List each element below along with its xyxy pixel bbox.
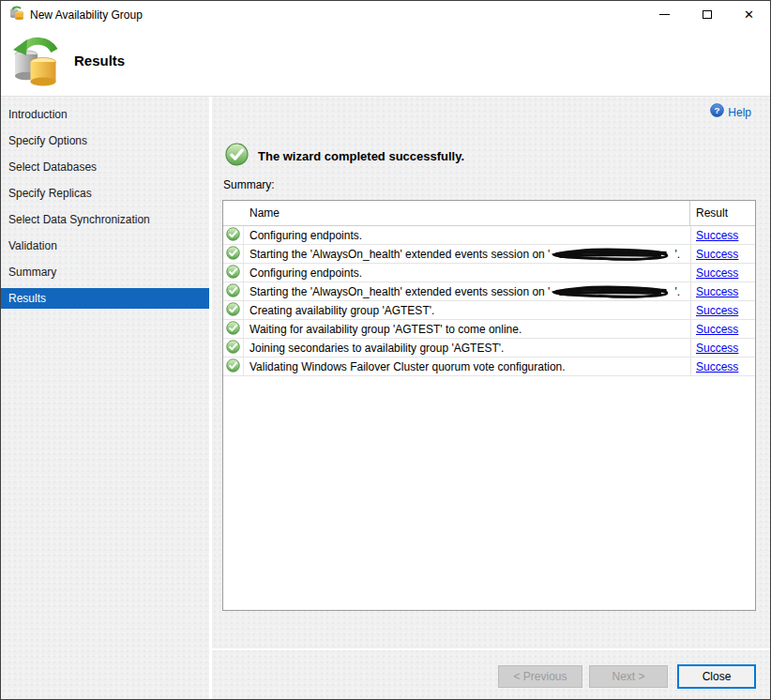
sidebar-item-validation[interactable]: Validation <box>1 236 209 256</box>
database-app-icon <box>9 6 24 24</box>
availability-group-wizard-icon <box>10 35 65 93</box>
help-label: Help <box>728 106 751 119</box>
page-title: Results <box>74 53 125 68</box>
task-name: Configuring endpoints. <box>244 264 691 282</box>
results-content: ? Help The wizard completed successfully… <box>212 97 770 700</box>
result-success-link[interactable]: Success <box>696 266 738 280</box>
close-icon: ✕ <box>744 8 754 21</box>
wizard-header: Results <box>1 28 770 97</box>
row-success-check-icon <box>226 358 240 375</box>
results-table-body: Configuring endpoints. Success Starting … <box>223 226 755 376</box>
task-name: Starting the 'AlwaysOn_health' extended … <box>244 245 691 263</box>
task-name: Waiting for availability group 'AGTEST' … <box>244 320 691 338</box>
table-row[interactable]: Validating Windows Failover Cluster quor… <box>223 358 755 376</box>
maximize-icon <box>703 10 712 19</box>
sidebar-item-specify-options[interactable]: Specify Options <box>1 130 209 151</box>
table-row[interactable]: Joining secondaries to availability grou… <box>223 339 755 358</box>
footer-separator <box>212 648 770 650</box>
help-link[interactable]: ? Help <box>710 103 751 121</box>
column-header-result[interactable]: Result <box>689 201 755 225</box>
summary-label: Summary: <box>223 178 275 191</box>
help-icon: ? <box>710 103 724 121</box>
sidebar-item-specify-replicas[interactable]: Specify Replicas <box>1 183 209 204</box>
minimize-icon <box>659 14 670 15</box>
task-name: Configuring endpoints. <box>244 226 691 244</box>
table-row[interactable]: Configuring endpoints. Success <box>223 226 755 245</box>
completion-message: The wizard completed successfully. <box>258 149 464 163</box>
row-success-check-icon <box>226 340 240 357</box>
row-success-check-icon <box>226 321 240 338</box>
task-name: Validating Windows Failover Cluster quor… <box>244 358 691 375</box>
row-success-check-icon <box>226 302 240 319</box>
minimize-button[interactable] <box>643 1 686 28</box>
result-success-link[interactable]: Success <box>696 229 738 242</box>
window-title: New Availability Group <box>30 8 143 22</box>
task-name: Starting the 'AlwaysOn_health' extended … <box>244 282 691 300</box>
close-window-button[interactable]: ✕ <box>728 1 770 28</box>
window-controls: ✕ <box>643 1 770 28</box>
sidebar-item-select-databases[interactable]: Select Databases <box>1 157 209 177</box>
result-success-link[interactable]: Success <box>696 304 738 317</box>
table-row[interactable]: Waiting for availability group 'AGTEST' … <box>223 320 755 339</box>
results-table: Name Result Configuring endpoints. Succe… <box>222 200 756 611</box>
redaction-scribble <box>550 284 674 298</box>
previous-button[interactable]: < Previous <box>498 665 582 688</box>
svg-text:?: ? <box>715 105 720 115</box>
result-success-link[interactable]: Success <box>696 285 738 298</box>
sidebar-item-select-data-synchronization[interactable]: Select Data Synchronization <box>1 209 209 230</box>
row-success-check-icon <box>226 227 240 244</box>
column-header-name[interactable]: Name <box>223 201 689 225</box>
sidebar-item-results[interactable]: Results <box>1 288 209 309</box>
next-button[interactable]: Next > <box>589 665 668 688</box>
sidebar-item-summary[interactable]: Summary <box>1 262 209 282</box>
table-row[interactable]: Creating availability group 'AGTEST'. Su… <box>223 301 755 320</box>
success-check-icon <box>225 143 249 170</box>
table-row[interactable]: Configuring endpoints. Success <box>223 264 755 282</box>
row-success-check-icon <box>226 265 240 282</box>
sidebar-item-introduction[interactable]: Introduction <box>1 104 209 125</box>
row-success-check-icon <box>226 246 240 263</box>
task-name: Creating availability group 'AGTEST'. <box>244 301 691 319</box>
result-success-link[interactable]: Success <box>696 342 738 355</box>
table-row[interactable]: Starting the 'AlwaysOn_health' extended … <box>223 282 755 301</box>
result-success-link[interactable]: Success <box>696 360 738 373</box>
results-table-header: Name Result <box>223 201 755 226</box>
result-success-link[interactable]: Success <box>696 323 738 336</box>
redaction-scribble <box>550 247 674 261</box>
task-name: Joining secondaries to availability grou… <box>244 339 691 357</box>
new-availability-group-window: New Availability Group ✕ Results <box>0 0 771 700</box>
close-button[interactable]: Close <box>677 664 756 689</box>
wizard-steps-sidebar: Introduction Specify Options Select Data… <box>1 97 212 700</box>
maximize-button[interactable] <box>686 1 728 28</box>
table-row[interactable]: Starting the 'AlwaysOn_health' extended … <box>223 245 755 264</box>
row-success-check-icon <box>226 283 240 300</box>
result-success-link[interactable]: Success <box>696 248 738 261</box>
completion-banner: The wizard completed successfully. <box>225 143 464 170</box>
titlebar: New Availability Group ✕ <box>1 1 770 28</box>
